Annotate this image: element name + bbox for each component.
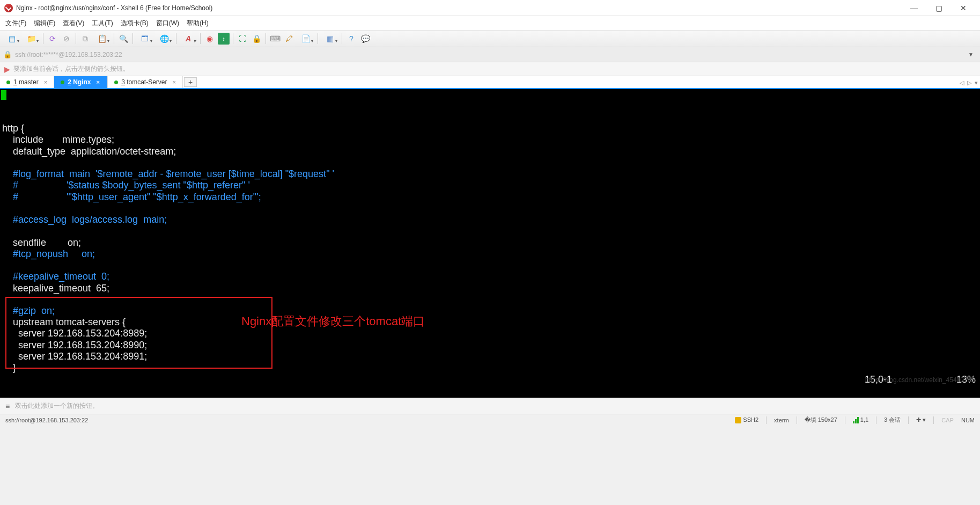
quick-launch-hint: 双击此处添加一个新的按钮。 bbox=[15, 401, 99, 411]
status-size: 150x27 bbox=[818, 416, 837, 423]
menu-icon[interactable]: ≡ bbox=[5, 402, 10, 411]
window-title: Nginx - root@nginx:/usr/nginx/conf - Xsh… bbox=[16, 4, 212, 12]
status-proto: SSH2 bbox=[743, 416, 758, 423]
props-button[interactable]: 🗔 bbox=[136, 33, 153, 45]
app-icon bbox=[4, 4, 13, 12]
add-tab-button[interactable]: + bbox=[184, 77, 197, 87]
lock-icon: 🔒 bbox=[3, 50, 12, 58]
xftp-button[interactable]: ↕ bbox=[218, 33, 230, 45]
close-button[interactable]: ✕ bbox=[951, 0, 976, 16]
menu-window[interactable]: 窗口(W) bbox=[156, 19, 179, 28]
tab-next-icon[interactable]: ▷ bbox=[967, 79, 971, 86]
status-num: NUM bbox=[961, 417, 975, 423]
close-icon[interactable]: × bbox=[173, 79, 176, 85]
tab-nav: ◁ ▷ ▾ bbox=[960, 76, 978, 89]
new-session-button[interactable]: ▤ bbox=[3, 33, 20, 45]
watermark: https://blog.csdn.net/weixin_45480785 bbox=[865, 376, 975, 384]
tab-nginx[interactable]: 2 Nginx × bbox=[54, 76, 108, 88]
maximize-button[interactable]: ▢ bbox=[926, 0, 951, 16]
ssh-icon bbox=[735, 417, 741, 423]
menu-tools[interactable]: 工具(T) bbox=[92, 19, 113, 28]
paste-button[interactable]: 📋 bbox=[93, 33, 110, 45]
script-button[interactable]: 📄 bbox=[297, 33, 314, 45]
quick-launch-bar[interactable]: ≡ 双击此处添加一个新的按钮。 bbox=[0, 398, 980, 414]
menu-tabs[interactable]: 选项卡(B) bbox=[121, 19, 149, 28]
lock-button[interactable]: 🔒 bbox=[250, 33, 262, 45]
xagent-button[interactable]: ◉ bbox=[204, 33, 216, 45]
font-button[interactable]: A bbox=[180, 33, 197, 45]
globe-button[interactable]: 🌐 bbox=[156, 33, 173, 45]
address-url[interactable]: ssh://root:******@192.168.153.203:22 bbox=[15, 51, 965, 58]
layout-button[interactable]: ▦ bbox=[321, 33, 338, 45]
status-cap: CAP bbox=[941, 417, 954, 423]
hint-bar: ▶ 要添加当前会话，点击左侧的箭头按钮。 bbox=[0, 62, 980, 76]
annotation-text: Nginx配置文件修改三个tomcat端口 bbox=[241, 314, 425, 328]
status-sessions: 3 会话 bbox=[884, 416, 901, 424]
reconnect-button[interactable]: ⟳ bbox=[47, 33, 58, 45]
menu-help[interactable]: 帮助(H) bbox=[187, 19, 209, 28]
status-dot-icon bbox=[61, 80, 64, 84]
tab-tomcat[interactable]: 3 tomcat-Server × bbox=[108, 76, 183, 88]
chat-button[interactable]: 💬 bbox=[359, 33, 371, 45]
status-path: ssh://root@192.168.153.203:22 bbox=[5, 417, 735, 423]
keyboard-button[interactable]: ⌨ bbox=[269, 33, 281, 45]
address-bar: 🔒 ssh://root:******@192.168.153.203:22 ▼ bbox=[0, 47, 980, 62]
terminal-content: http { include mime.types; default_type … bbox=[2, 112, 334, 374]
status-term: xterm bbox=[774, 417, 789, 423]
close-icon[interactable]: × bbox=[44, 79, 47, 85]
disconnect-button[interactable]: ⊘ bbox=[61, 33, 72, 45]
menu-view[interactable]: 查看(V) bbox=[63, 19, 84, 28]
help-button[interactable]: ? bbox=[345, 33, 357, 45]
session-tabs: 1 master × 2 Nginx × 3 tomcat-Server × +… bbox=[0, 76, 980, 89]
tab-list-icon[interactable]: ▾ bbox=[975, 79, 978, 86]
copy-button[interactable]: ⧉ bbox=[79, 33, 91, 45]
status-dot-icon bbox=[114, 80, 118, 84]
open-folder-button[interactable]: 📁 bbox=[23, 33, 40, 45]
toolbar: ▤ 📁 ⟳ ⊘ ⧉ 📋 🔍 🗔 🌐 A ◉ ↕ ⛶ 🔒 ⌨ 🖍 📄 ▦ ? 💬 bbox=[0, 30, 980, 47]
titlebar: Nginx - root@nginx:/usr/nginx/conf - Xsh… bbox=[0, 0, 980, 16]
terminal[interactable]: http { include mime.types; default_type … bbox=[0, 89, 980, 398]
menu-file[interactable]: 文件(F) bbox=[5, 19, 26, 28]
menu-edit[interactable]: 编辑(E) bbox=[34, 19, 55, 28]
tab-master[interactable]: 1 master × bbox=[0, 76, 54, 88]
status-bar: ssh://root@192.168.153.203:22 SSH2 xterm… bbox=[0, 414, 980, 426]
search-button[interactable]: 🔍 bbox=[117, 33, 129, 45]
cursor-icon bbox=[1, 90, 6, 100]
hint-text: 要添加当前会话，点击左侧的箭头按钮。 bbox=[13, 64, 129, 74]
flag-icon: ▶ bbox=[4, 65, 10, 74]
close-icon[interactable]: × bbox=[97, 79, 100, 85]
signal-icon bbox=[853, 417, 859, 423]
status-dot-icon bbox=[6, 80, 10, 84]
tab-prev-icon[interactable]: ◁ bbox=[960, 79, 964, 86]
menubar: 文件(F) 编辑(E) 查看(V) 工具(T) 选项卡(B) 窗口(W) 帮助(… bbox=[0, 16, 980, 30]
minimize-button[interactable]: — bbox=[902, 0, 926, 16]
highlight-button[interactable]: 🖍 bbox=[283, 33, 295, 45]
address-dropdown[interactable]: ▼ bbox=[965, 52, 977, 57]
fullscreen-button[interactable]: ⛶ bbox=[237, 33, 248, 45]
status-signal: 1,1 bbox=[860, 416, 868, 423]
